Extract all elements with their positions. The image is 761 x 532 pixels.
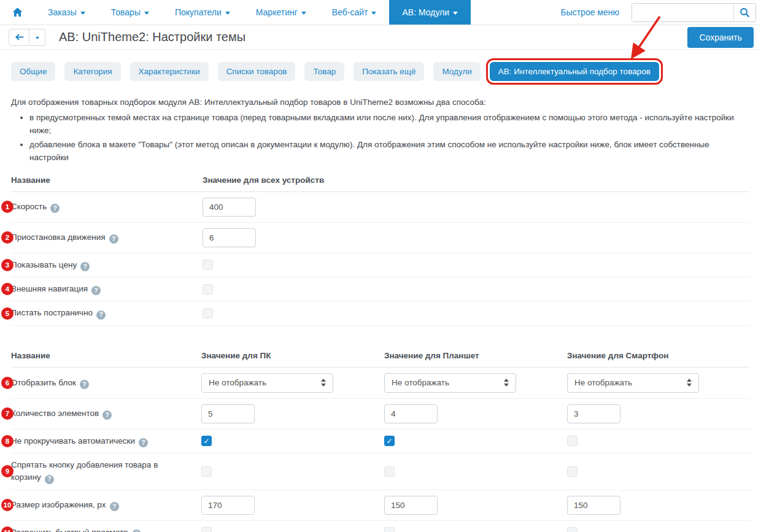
nav-item-marketing[interactable]: Маркетинг xyxy=(243,0,319,25)
setting-value-input[interactable] xyxy=(384,404,438,423)
setting-label-cell: Спрятать кнопку добавления товара в корз… xyxy=(11,459,201,484)
nav-item-label: Товары xyxy=(111,7,141,17)
setting-label-cell: Внешняя навигация? xyxy=(11,283,203,295)
settings-table-all-devices: НазваниеЗначение для всех устройств1Скор… xyxy=(11,166,750,326)
select-value-label: Не отображать xyxy=(574,378,632,387)
help-icon[interactable]: ? xyxy=(50,204,60,213)
tab-modules[interactable]: Модули xyxy=(433,62,480,81)
setting-value-input[interactable] xyxy=(201,496,255,515)
search-input[interactable] xyxy=(632,4,733,21)
setting-value-input[interactable] xyxy=(201,404,255,423)
tab-features[interactable]: Характеристики xyxy=(130,62,209,81)
help-icon[interactable]: ? xyxy=(45,475,54,484)
help-icon[interactable]: ? xyxy=(80,262,90,271)
number-badge: 8 xyxy=(1,435,14,447)
tab-ab-smart-selection[interactable]: АВ: Интеллектуальный подбор товаров xyxy=(490,62,659,81)
home-button[interactable] xyxy=(0,0,35,25)
help-icon[interactable]: ? xyxy=(91,286,101,295)
setting-checkbox[interactable] xyxy=(203,260,213,270)
back-button[interactable] xyxy=(9,29,29,46)
chevron-down-icon xyxy=(453,12,458,15)
setting-checkbox[interactable]: ✓ xyxy=(201,436,212,446)
triangle-up-icon xyxy=(687,379,692,382)
back-button-group xyxy=(9,29,45,46)
setting-checkbox[interactable] xyxy=(203,308,213,318)
setting-row: 2Приостановка движения? xyxy=(11,223,750,253)
tab-category[interactable]: Категория xyxy=(64,62,120,81)
arrow-left-icon xyxy=(15,33,24,41)
nav-item-website[interactable]: Веб-сайт xyxy=(319,0,390,25)
setting-value-cell: Не отображать xyxy=(567,373,750,393)
column-header: Значение для ПК xyxy=(201,351,384,360)
setting-value-input[interactable] xyxy=(567,404,620,423)
description-intro: Для отображения товарных подборок модуля… xyxy=(11,96,750,109)
help-icon[interactable]: ? xyxy=(110,502,119,511)
table-header-row: НазваниеЗначение для всех устройств xyxy=(11,166,750,192)
save-button[interactable]: Сохранить xyxy=(687,27,754,48)
setting-checkbox[interactable] xyxy=(203,284,213,295)
setting-label: Разрешить быстрый просмотр xyxy=(11,528,128,532)
setting-value-input[interactable] xyxy=(203,198,256,217)
tab-product-lists[interactable]: Списки товаров xyxy=(218,62,296,81)
setting-value-cell xyxy=(201,527,384,532)
setting-row: 1Скорость? xyxy=(11,192,750,223)
setting-checkbox[interactable]: ✓ xyxy=(384,436,395,446)
setting-label-cell: Показывать цену? xyxy=(11,259,203,271)
setting-label-cell: Количество элементов? xyxy=(11,407,201,420)
back-dropdown-button[interactable] xyxy=(29,29,45,46)
number-badge: 9 xyxy=(1,465,14,477)
setting-checkbox[interactable] xyxy=(384,466,395,477)
chevron-down-icon xyxy=(301,12,306,15)
setting-checkbox[interactable] xyxy=(567,527,578,532)
setting-checkbox[interactable] xyxy=(384,527,395,532)
quick-menu-link[interactable]: Быстрое меню xyxy=(560,0,632,25)
column-header: Значение для Планшет xyxy=(384,351,567,360)
nav-item-customers[interactable]: Покупатели xyxy=(162,0,243,25)
setting-checkbox[interactable] xyxy=(567,466,578,477)
setting-label: Скорость xyxy=(11,202,47,211)
setting-label: Показывать цену xyxy=(11,260,77,269)
setting-checkbox[interactable] xyxy=(201,527,212,532)
setting-value-select[interactable]: Не отображать xyxy=(384,373,516,393)
nav-item-ab-modules[interactable]: АВ: Модули xyxy=(389,0,471,25)
nav-item-label: АВ: Модули xyxy=(402,7,449,17)
setting-value-cell: ✓ xyxy=(201,436,384,446)
setting-value-cell xyxy=(384,404,567,423)
help-icon[interactable]: ? xyxy=(96,310,106,320)
setting-checkbox[interactable] xyxy=(201,466,212,477)
number-badge: 7 xyxy=(1,407,14,420)
help-icon[interactable]: ? xyxy=(132,530,141,532)
setting-label-cell: Отобразить блок? xyxy=(11,377,201,389)
setting-row: 10Размер изображения, px? xyxy=(11,490,750,521)
setting-value-input[interactable] xyxy=(384,496,438,515)
setting-value-cell xyxy=(384,466,567,477)
setting-row: 7Количество элементов? xyxy=(11,399,750,430)
help-icon[interactable]: ? xyxy=(139,438,148,447)
number-badge: 10 xyxy=(1,499,14,511)
setting-value-input[interactable] xyxy=(567,496,620,515)
setting-value-select[interactable]: Не отображать xyxy=(201,373,333,393)
description-bullet: в предусмотренных темой местах на страни… xyxy=(29,112,750,137)
home-icon xyxy=(12,7,23,17)
help-icon[interactable]: ? xyxy=(109,234,118,244)
setting-value-cell: Не отображать xyxy=(384,373,567,393)
setting-value-select[interactable]: Не отображать xyxy=(567,373,699,393)
search-button[interactable] xyxy=(733,4,755,21)
tab-general[interactable]: Общие xyxy=(11,62,55,81)
setting-label-cell: Не прокручивать автоматически? xyxy=(11,435,201,447)
nav-item-label: Маркетинг xyxy=(256,7,298,17)
nav-item-orders[interactable]: Заказы xyxy=(35,0,98,25)
setting-value-cell xyxy=(201,466,384,477)
setting-value-cell xyxy=(567,404,750,423)
setting-row: 9Спрятать кнопку добавления товара в кор… xyxy=(11,453,750,490)
setting-checkbox[interactable] xyxy=(567,436,578,446)
nav-item-products[interactable]: Товары xyxy=(98,0,162,25)
setting-label-cell: Размер изображения, px? xyxy=(11,499,201,511)
tab-show-more[interactable]: Показать ещё xyxy=(353,62,424,81)
number-badge: 5 xyxy=(1,307,14,320)
help-icon[interactable]: ? xyxy=(80,380,89,389)
setting-value-input[interactable] xyxy=(203,228,256,247)
tab-product[interactable]: Товар xyxy=(304,62,344,81)
setting-label: Спрятать кнопку добавления товара в корз… xyxy=(11,460,158,482)
help-icon[interactable]: ? xyxy=(102,411,112,420)
